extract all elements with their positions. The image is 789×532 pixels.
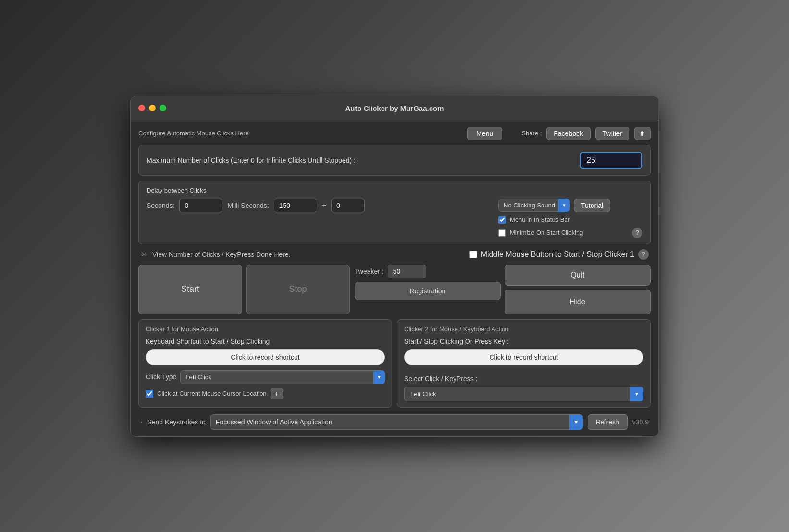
version-label: v30.9 bbox=[632, 418, 649, 426]
registration-button[interactable]: Registration bbox=[355, 282, 501, 300]
middle-mouse-label: Middle Mouse Button to Start / Stop Clic… bbox=[481, 250, 634, 259]
clickers-row: Clicker 1 for Mouse Action Keyboard Shor… bbox=[138, 319, 651, 408]
view-clicks-label: View Number of Clicks / KeyPress Done He… bbox=[152, 251, 465, 258]
sound-select[interactable]: No Clicking Sound Click Sound 1 Click So… bbox=[498, 199, 570, 212]
middle-mouse-checkbox[interactable] bbox=[469, 251, 477, 258]
tutorial-button[interactable]: Tutorial bbox=[574, 199, 610, 212]
tweaker-reg-col: Tweaker : Registration bbox=[355, 265, 501, 314]
clicker2-select-label: Select Click / KeyPress : bbox=[404, 375, 643, 383]
quit-hide-col: Quit Hide bbox=[505, 265, 651, 314]
facebook-button[interactable]: Facebook bbox=[546, 127, 590, 140]
middle-mouse-help-icon[interactable]: ? bbox=[638, 249, 649, 260]
sound-row: No Clicking Sound Click Sound 1 Click So… bbox=[498, 199, 642, 212]
current-loc-label: Click at Current Mouse Cursor Location bbox=[157, 390, 267, 397]
window-title: Auto Clicker by MurGaa.com bbox=[345, 104, 444, 112]
configure-label: Configure Automatic Mouse Clicks Here bbox=[138, 130, 462, 137]
action-main-row: Start Stop Tweaker : Registration Quit H… bbox=[138, 265, 651, 314]
bottom-row: · Send Keystrokes to Focussed Window of … bbox=[138, 412, 651, 430]
maximize-button[interactable] bbox=[160, 105, 166, 111]
minimize-help-icon[interactable]: ? bbox=[632, 228, 642, 238]
spinner-icon: ✳ bbox=[140, 249, 148, 260]
hide-button[interactable]: Hide bbox=[505, 290, 651, 314]
quit-button[interactable]: Quit bbox=[505, 265, 651, 286]
delay-title: Delay between Clicks bbox=[147, 187, 642, 194]
twitter-button[interactable]: Twitter bbox=[595, 127, 629, 140]
seconds-label: Seconds: bbox=[147, 202, 174, 209]
share-label: Share : bbox=[521, 130, 542, 137]
menu-status-bar-checkbox[interactable] bbox=[498, 216, 506, 224]
sound-select-wrapper: No Clicking Sound Click Sound 1 Click So… bbox=[498, 199, 570, 212]
close-button[interactable] bbox=[138, 105, 145, 111]
delay-section: Delay between Clicks Seconds: Milli Seco… bbox=[138, 181, 651, 244]
view-clicks-row: ✳ View Number of Clicks / KeyPress Done … bbox=[138, 249, 651, 260]
max-clicks-section: Maximum Number of Clicks (Enter 0 for In… bbox=[138, 145, 651, 176]
share-icon-button[interactable]: ⬆ bbox=[634, 127, 651, 140]
max-clicks-row: Maximum Number of Clicks (Enter 0 for In… bbox=[147, 152, 642, 169]
tweaker-input[interactable] bbox=[388, 265, 426, 278]
tweaker-label: Tweaker : bbox=[355, 267, 384, 275]
clicker2-title: Clicker 2 for Mouse / Keyboard Action bbox=[404, 326, 643, 333]
clicker1-shortcut-button[interactable]: Click to record shortcut bbox=[146, 349, 385, 365]
minimize-label: Minimize On Start Clicking bbox=[510, 229, 583, 236]
click-type-row: Click Type Left Click Right Click Double… bbox=[146, 370, 385, 384]
current-loc-checkbox[interactable] bbox=[146, 390, 153, 398]
stop-button[interactable]: Stop bbox=[246, 265, 350, 314]
menu-status-bar-row: Menu in In Status Bar bbox=[498, 216, 642, 224]
minimize-row: Minimize On Start Clicking bbox=[498, 229, 628, 237]
tweaker-row: Tweaker : bbox=[355, 265, 501, 278]
share-icon: ⬆ bbox=[640, 130, 645, 137]
delay-row: Seconds: Milli Seconds: + bbox=[147, 199, 491, 212]
clicker1-shortcut-title: Keyboard Shortcut to Start / Stop Clicki… bbox=[146, 338, 385, 345]
top-row: Configure Automatic Mouse Clicks Here Me… bbox=[138, 127, 651, 140]
clicker2-shortcut-title: Start / Stop Clicking Or Press Key : bbox=[404, 338, 643, 345]
keystrokes-select[interactable]: Focussed Window of Active Application Al… bbox=[210, 414, 583, 430]
traffic-lights bbox=[138, 105, 166, 111]
ms-input[interactable] bbox=[274, 199, 317, 212]
current-loc-row: Click at Current Mouse Cursor Location + bbox=[146, 388, 385, 399]
minimize-checkbox[interactable] bbox=[498, 229, 506, 237]
clicker1-title: Clicker 1 for Mouse Action bbox=[146, 326, 385, 333]
seconds-input[interactable] bbox=[179, 199, 222, 212]
right-controls-col: Tweaker : Registration Quit Hide bbox=[355, 265, 651, 314]
ms-label: Milli Seconds: bbox=[227, 202, 269, 209]
keystrokes-select-wrapper: Focussed Window of Active Application Al… bbox=[210, 414, 583, 430]
extra-ms-input[interactable] bbox=[331, 199, 365, 212]
max-clicks-label: Maximum Number of Clicks (Enter 0 for In… bbox=[147, 157, 574, 164]
clicker2-box: Clicker 2 for Mouse / Keyboard Action St… bbox=[397, 319, 651, 408]
menu-button[interactable]: Menu bbox=[467, 127, 502, 140]
app-window: Auto Clicker by MurGaa.com Configure Aut… bbox=[130, 96, 659, 437]
clicker2-select-wrapper: Left Click Right Click Double Click ▼ bbox=[404, 387, 643, 401]
middle-mouse-row: Middle Mouse Button to Start / Stop Clic… bbox=[469, 249, 649, 260]
start-button[interactable]: Start bbox=[138, 265, 242, 314]
plus-sign: + bbox=[322, 201, 326, 210]
minimize-button[interactable] bbox=[149, 105, 156, 111]
clicker1-box: Clicker 1 for Mouse Action Keyboard Shor… bbox=[138, 319, 392, 408]
main-content: Configure Automatic Mouse Clicks Here Me… bbox=[131, 121, 658, 436]
click-type-select[interactable]: Left Click Right Click Double Click bbox=[180, 370, 385, 384]
clicker2-shortcut-button[interactable]: Click to record shortcut bbox=[404, 349, 643, 365]
titlebar: Auto Clicker by MurGaa.com bbox=[131, 96, 658, 121]
max-clicks-input[interactable] bbox=[580, 152, 642, 169]
menu-status-bar-label: Menu in In Status Bar bbox=[510, 216, 570, 223]
clicker2-select[interactable]: Left Click Right Click Double Click bbox=[404, 387, 643, 401]
click-type-label: Click Type bbox=[146, 373, 176, 381]
keystrokes-label: Send Keystrokes to bbox=[147, 418, 205, 426]
dot-label: · bbox=[140, 418, 142, 426]
click-type-select-wrapper: Left Click Right Click Double Click ▼ bbox=[180, 370, 385, 384]
refresh-button[interactable]: Refresh bbox=[588, 414, 628, 430]
plus-button[interactable]: + bbox=[271, 388, 283, 399]
start-stop-col: Start Stop bbox=[138, 265, 350, 314]
